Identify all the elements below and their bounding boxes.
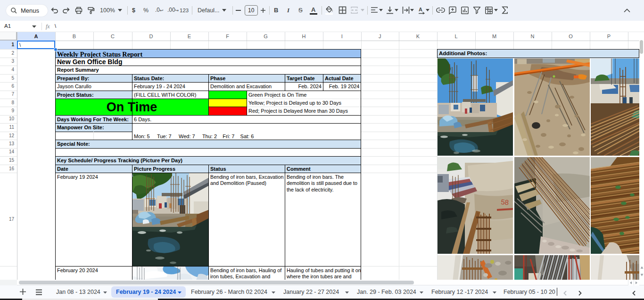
svg-text:58: 58 xyxy=(501,198,509,207)
